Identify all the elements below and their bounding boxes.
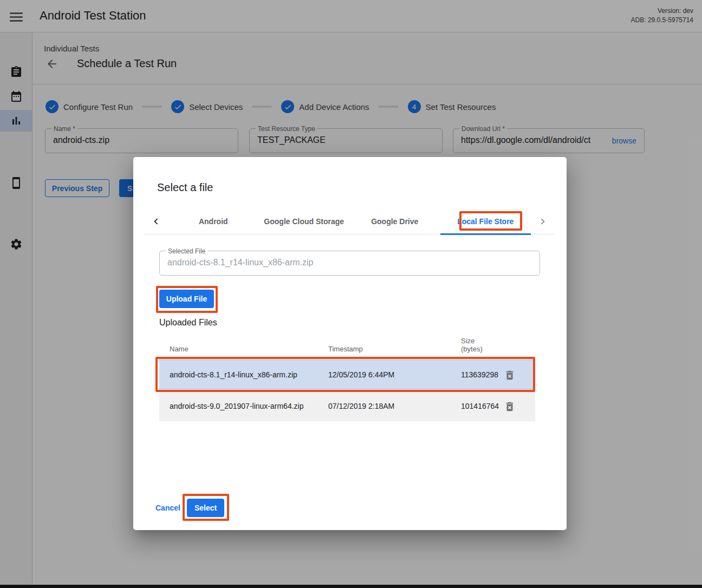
uploaded-files-heading: Uploaded Files [159, 318, 217, 328]
files-table-header: Name Timestamp Size (bytes) [159, 333, 535, 357]
file-timestamp-cell: 12/05/2019 6:44PM [328, 370, 394, 379]
dialog-title: Select a file [157, 181, 213, 194]
tabs-scroll-right-button[interactable] [531, 208, 555, 234]
trash-x-icon [504, 369, 516, 381]
column-header-size: Size (bytes) [461, 337, 483, 353]
trash-x-icon [504, 401, 516, 413]
selected-file-label: Selected File [166, 247, 207, 255]
column-header-name: Name [170, 345, 188, 353]
tabs-scroll-left-button[interactable] [144, 208, 168, 234]
window-bottom-edge [0, 585, 702, 588]
app-root: Android Test Station Version: dev ADB: 2… [0, 0, 702, 588]
cancel-button[interactable]: Cancel [155, 504, 180, 512]
file-name-cell: android-cts-8.1_r14-linux_x86-arm.zip [170, 370, 297, 379]
delete-file-button[interactable] [504, 369, 516, 381]
tab-google-drive[interactable]: Google Drive [349, 208, 440, 234]
tab-label: Local File Store [457, 217, 514, 226]
tab-label: Google Drive [371, 217, 418, 226]
tab-android[interactable]: Android [168, 208, 259, 234]
file-source-tabbar: Android Google Cloud Storage Google Driv… [144, 208, 555, 234]
chevron-right-icon [537, 215, 549, 227]
select-button[interactable]: Select [187, 499, 224, 517]
tab-local-file-store[interactable]: Local File Store [440, 208, 531, 234]
file-size-cell: 113639298 [461, 370, 503, 379]
chevron-left-icon [150, 215, 162, 227]
table-row[interactable]: android-sts-9.0_201907-linux-arm64.zip 0… [159, 391, 535, 421]
file-size-cell: 101416764 [461, 402, 503, 410]
column-header-timestamp: Timestamp [328, 345, 363, 353]
tab-google-cloud-storage[interactable]: Google Cloud Storage [259, 208, 350, 234]
tab-label: Google Cloud Storage [264, 217, 344, 226]
upload-file-button[interactable]: Upload File [159, 290, 214, 308]
table-row-selected[interactable]: android-cts-8.1_r14-linux_x86-arm.zip 12… [159, 360, 535, 389]
tab-label: Android [199, 217, 228, 226]
delete-file-button[interactable] [504, 401, 516, 413]
select-file-dialog: Select a file Android Google Cloud Stora… [133, 157, 567, 530]
selected-file-value: android-cts-8.1_r14-linux_x86-arm.zip [167, 258, 534, 267]
selected-file-field[interactable]: Selected File android-cts-8.1_r14-linux_… [159, 251, 540, 276]
file-timestamp-cell: 07/12/2019 2:18AM [328, 402, 394, 410]
file-name-cell: android-sts-9.0_201907-linux-arm64.zip [170, 402, 303, 410]
